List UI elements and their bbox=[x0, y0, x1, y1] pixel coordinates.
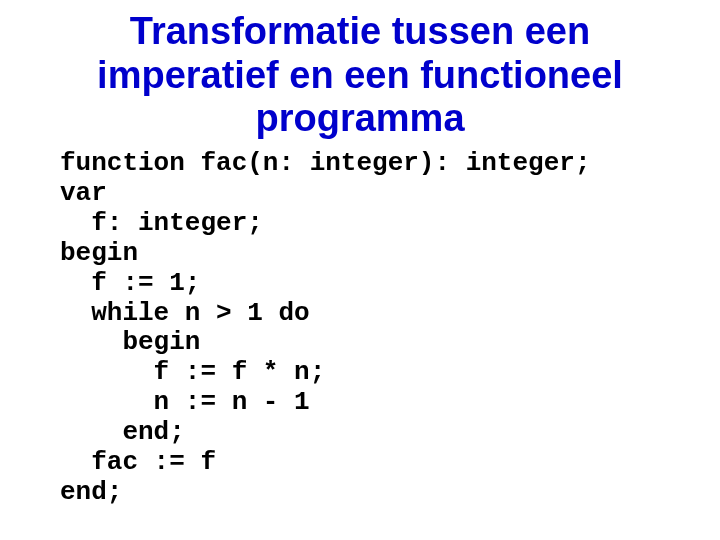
code-block: function fac(n: integer): integer; var f… bbox=[40, 149, 680, 508]
slide-title: Transformatie tussen een imperatief en e… bbox=[40, 10, 680, 141]
